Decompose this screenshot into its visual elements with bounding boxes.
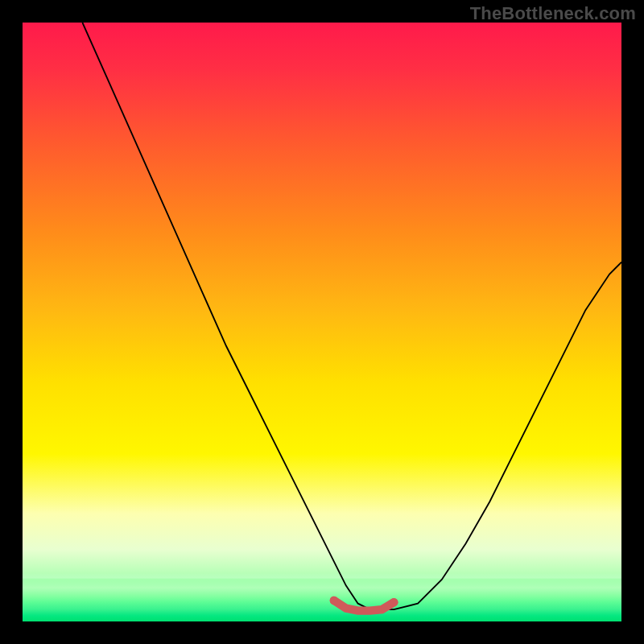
chart-frame: TheBottleneck.com	[0, 0, 644, 644]
minimum-band-start-dot	[330, 597, 338, 605]
watermark-text: TheBottleneck.com	[470, 3, 636, 24]
bottleneck-curve	[82, 23, 621, 609]
minimum-band-end-dot	[390, 598, 398, 606]
minimum-band	[334, 601, 394, 611]
plot-area	[23, 23, 621, 621]
curve-svg	[23, 23, 621, 621]
